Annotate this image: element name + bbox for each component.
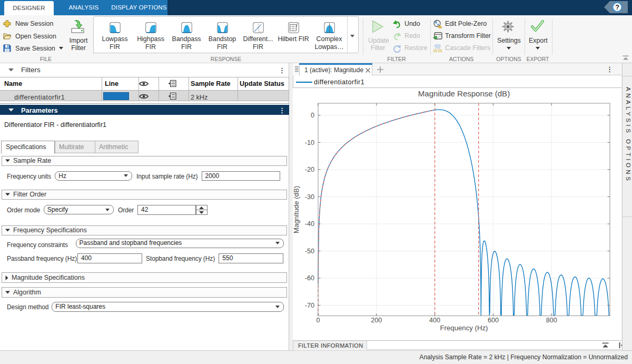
svg-text:-50: -50 [305,248,314,255]
svg-text:Magnitude Response (dB): Magnitude Response (dB) [418,89,510,98]
svg-text:800: 800 [546,317,557,324]
svg-text:-70: -70 [305,302,314,309]
svg-text:-20: -20 [305,166,314,173]
svg-text:j: j [296,23,298,27]
svg-text:Magnitude (dB): Magnitude (dB) [293,186,300,233]
svg-text:200: 200 [371,317,382,324]
svg-text:-10: -10 [305,139,314,146]
svg-text:-40: -40 [305,220,314,228]
svg-text:-60: -60 [305,274,314,282]
svg-text:0: 0 [316,317,320,324]
svg-text:600: 600 [488,317,499,324]
svg-text:0: 0 [311,112,314,119]
svg-text:400: 400 [429,317,440,324]
svg-text:Frequency (Hz): Frequency (Hz) [440,324,488,332]
svg-text:?: ? [615,4,619,11]
svg-text:-30: -30 [305,193,314,201]
